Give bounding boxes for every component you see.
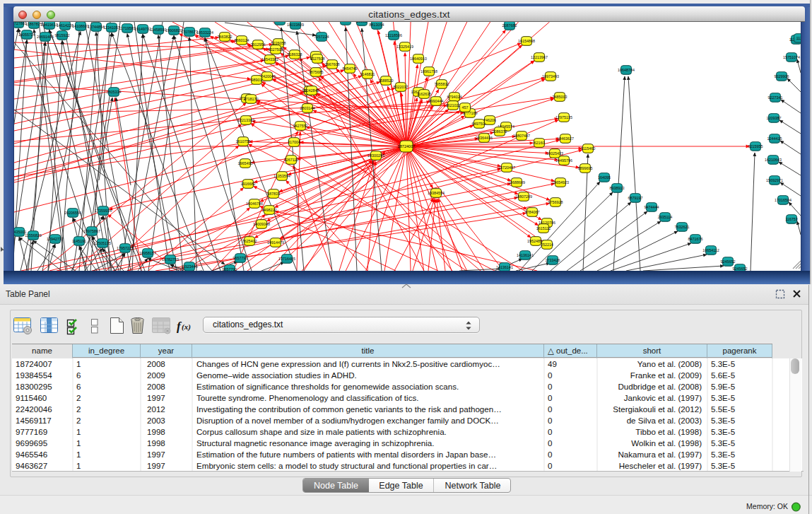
svg-text:9327508: 9327508 xyxy=(310,57,325,61)
svg-text:8186328: 8186328 xyxy=(288,52,302,57)
svg-text:14914479: 14914479 xyxy=(267,240,284,245)
svg-text:15692971: 15692971 xyxy=(766,178,783,182)
svg-text:116753: 116753 xyxy=(785,217,798,221)
svg-text:11923446: 11923446 xyxy=(181,264,198,269)
svg-text:8106: 8106 xyxy=(341,18,350,23)
svg-text:14495796: 14495796 xyxy=(555,158,572,163)
svg-text:20206556: 20206556 xyxy=(64,211,81,215)
svg-text:10025433: 10025433 xyxy=(546,151,563,156)
svg-text:2803144: 2803144 xyxy=(300,106,315,110)
svg-text:12213383: 12213383 xyxy=(237,118,254,122)
svg-text:12975135: 12975135 xyxy=(555,115,572,119)
svg-text:14136141: 14136141 xyxy=(517,253,534,257)
svg-text:1610755: 1610755 xyxy=(236,139,251,144)
svg-text:17078673: 17078673 xyxy=(181,30,198,34)
svg-text:17359934: 17359934 xyxy=(95,209,112,213)
svg-text:20691406: 20691406 xyxy=(37,35,54,39)
svg-text:18640910: 18640910 xyxy=(410,57,427,61)
svg-text:10533224: 10533224 xyxy=(196,30,213,35)
svg-text:6879197: 6879197 xyxy=(628,196,643,200)
svg-text:14614226: 14614226 xyxy=(57,23,73,28)
svg-text:17016504: 17016504 xyxy=(775,198,792,202)
svg-text:112: 112 xyxy=(796,36,803,40)
svg-text:252214: 252214 xyxy=(541,243,553,247)
svg-text:1145191: 1145191 xyxy=(72,239,87,243)
svg-text:9115460: 9115460 xyxy=(581,146,596,151)
svg-text:6899695: 6899695 xyxy=(578,166,593,170)
svg-text:10688609: 10688609 xyxy=(508,180,525,185)
svg-text:(x): (x) xyxy=(182,322,191,332)
svg-text:13744854: 13744854 xyxy=(88,25,105,29)
svg-text:9756928: 9756928 xyxy=(548,200,563,204)
svg-text:1162635: 1162635 xyxy=(417,92,432,96)
svg-text:18463627: 18463627 xyxy=(557,136,574,141)
svg-text:1588520: 1588520 xyxy=(379,78,394,83)
svg-text:1621022: 1621022 xyxy=(446,103,461,107)
svg-text:11458591: 11458591 xyxy=(150,28,167,32)
svg-text:11353594: 11353594 xyxy=(273,174,290,178)
svg-text:2086372: 2086372 xyxy=(493,129,507,134)
svg-text:1002284: 1002284 xyxy=(273,18,288,23)
svg-text:18807209: 18807209 xyxy=(515,194,532,199)
svg-text:15751074: 15751074 xyxy=(783,55,800,59)
svg-text:1733426: 1733426 xyxy=(546,258,560,262)
svg-text:9784067: 9784067 xyxy=(525,210,540,214)
svg-text:13325419: 13325419 xyxy=(396,45,413,49)
svg-text:19906820: 19906820 xyxy=(165,28,182,33)
svg-text:12942737: 12942737 xyxy=(47,237,64,241)
svg-text:7485003: 7485003 xyxy=(553,95,567,99)
svg-text:1615112: 1615112 xyxy=(536,226,551,230)
svg-text:8471676: 8471676 xyxy=(688,237,703,241)
svg-text:12218506: 12218506 xyxy=(385,33,402,37)
svg-text:587833: 587833 xyxy=(267,192,280,196)
svg-text:10648784: 10648784 xyxy=(618,68,635,72)
svg-text:9815922: 9815922 xyxy=(55,33,70,37)
svg-text:12213967: 12213967 xyxy=(531,55,548,59)
svg-text:10543382: 10543382 xyxy=(261,57,278,62)
svg-text:13716485: 13716485 xyxy=(278,257,295,261)
svg-text:746206: 746206 xyxy=(483,118,496,122)
svg-text:11556829: 11556829 xyxy=(25,233,42,238)
svg-text:15720407: 15720407 xyxy=(498,165,515,170)
svg-text:19002: 19002 xyxy=(357,19,367,23)
svg-text:19149732: 19149732 xyxy=(134,27,151,31)
svg-text:7955812: 7955812 xyxy=(435,82,449,86)
svg-text:10419610: 10419610 xyxy=(41,23,58,27)
svg-text:8660124: 8660124 xyxy=(235,38,249,42)
svg-text:9146821: 9146821 xyxy=(360,72,375,76)
svg-text:317004: 317004 xyxy=(288,140,300,144)
svg-text:9474444: 9474444 xyxy=(645,205,659,209)
svg-text:9657791: 9657791 xyxy=(223,267,237,271)
svg-text:11867825: 11867825 xyxy=(25,22,42,26)
svg-text:1244415: 1244415 xyxy=(767,136,782,141)
svg-text:457: 457 xyxy=(462,105,469,110)
svg-text:20727801: 20727801 xyxy=(10,21,27,25)
svg-text:14055724: 14055724 xyxy=(18,33,35,37)
svg-text:98901: 98901 xyxy=(252,78,262,82)
svg-text:7632621: 7632621 xyxy=(675,225,690,229)
svg-text:14136141: 14136141 xyxy=(496,265,513,269)
svg-text:1965495: 1965495 xyxy=(238,161,253,165)
svg-text:20364436: 20364436 xyxy=(476,136,493,140)
svg-text:9245652: 9245652 xyxy=(721,259,736,264)
svg-text:3912954: 3912954 xyxy=(251,42,266,47)
svg-text:14108603: 14108603 xyxy=(72,24,89,28)
svg-text:1916682: 1916682 xyxy=(241,182,256,186)
svg-text:9329906: 9329906 xyxy=(775,74,789,78)
svg-text:2935114: 2935114 xyxy=(658,215,673,219)
svg-text:18033809: 18033809 xyxy=(287,23,304,27)
svg-text:14009348: 14009348 xyxy=(253,222,270,226)
svg-text:5215955: 5215955 xyxy=(748,144,763,148)
svg-text:8938913: 8938913 xyxy=(610,186,625,190)
svg-text:62160: 62160 xyxy=(534,141,545,145)
svg-text:6794024: 6794024 xyxy=(447,95,462,99)
svg-text:10958157: 10958157 xyxy=(139,251,156,255)
svg-text:10654112: 10654112 xyxy=(702,248,719,252)
svg-text:9227341: 9227341 xyxy=(768,95,783,100)
svg-text:164095: 164095 xyxy=(598,175,611,180)
svg-text:3875685: 3875685 xyxy=(309,70,324,74)
svg-text:9245652: 9245652 xyxy=(733,267,748,271)
svg-text:19654923: 19654923 xyxy=(552,180,569,185)
svg-text:8322037: 8322037 xyxy=(394,85,408,89)
svg-text:8813054: 8813054 xyxy=(370,23,384,27)
